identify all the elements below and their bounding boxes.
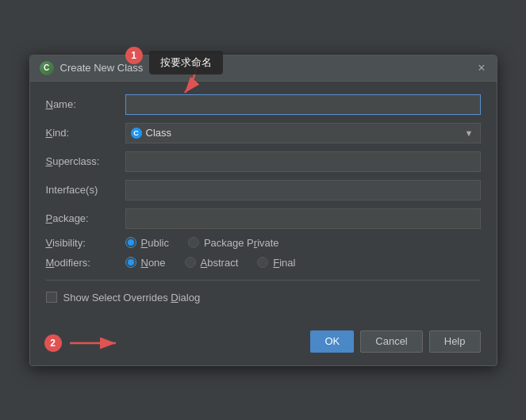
modifiers-radio-group: None Abstract Final bbox=[125, 257, 296, 269]
show-overrides-row: Show Select Overrides Dialog bbox=[46, 292, 481, 304]
visibility-package-private-dot bbox=[188, 237, 199, 248]
name-label: Name: bbox=[46, 98, 125, 110]
modifier-abstract-dot bbox=[185, 257, 196, 268]
name-input-wrapper: 1 按要求命名 bbox=[125, 94, 481, 115]
kind-type-icon: C bbox=[131, 128, 142, 139]
help-button[interactable]: Help bbox=[429, 330, 481, 353]
kind-display[interactable]: C Class ▼ bbox=[125, 123, 481, 143]
modifier-final-dot bbox=[257, 257, 268, 268]
badge-2-container: 2 bbox=[44, 334, 122, 352]
modifiers-label: Modifiers: bbox=[46, 257, 125, 269]
dialog-icon: C bbox=[40, 61, 54, 75]
modifier-none-label: None bbox=[141, 257, 166, 269]
dialog-footer: 2 OK Cancel Help bbox=[30, 321, 497, 365]
kind-wrapper: C Class ▼ bbox=[125, 123, 481, 143]
badge-1: 1 bbox=[125, 47, 148, 64]
modifier-abstract-label: Abstract bbox=[201, 257, 239, 269]
superclass-input[interactable] bbox=[125, 151, 481, 172]
interfaces-input[interactable] bbox=[125, 180, 481, 200]
arrow-annotation-2 bbox=[67, 334, 122, 352]
modifier-final-label: Final bbox=[273, 257, 295, 269]
visibility-package-private[interactable]: Package Private bbox=[188, 237, 279, 249]
dialog-body: Name: 1 按要求命名 bbox=[30, 82, 497, 321]
modifier-abstract[interactable]: Abstract bbox=[185, 257, 239, 269]
divider bbox=[46, 280, 481, 281]
modifier-none-dot bbox=[125, 257, 136, 268]
package-label: Package: bbox=[46, 212, 125, 224]
dialog-titlebar: C Create New Class × bbox=[30, 55, 497, 82]
visibility-row: Visibility: Public Package Private bbox=[46, 237, 481, 249]
close-button[interactable]: × bbox=[476, 62, 486, 74]
visibility-label: Visibility: bbox=[46, 237, 125, 249]
kind-row: Kind: C Class ▼ bbox=[46, 123, 481, 143]
show-overrides-checkbox[interactable] bbox=[46, 292, 57, 303]
cancel-button[interactable]: Cancel bbox=[360, 330, 422, 353]
kind-label: Kind: bbox=[46, 127, 125, 139]
name-input[interactable] bbox=[125, 94, 481, 115]
superclass-row: Superclass: bbox=[46, 151, 481, 172]
interfaces-row: Interface(s) bbox=[46, 180, 481, 200]
show-overrides-label: Show Select Overrides Dialog bbox=[63, 292, 201, 304]
name-row: Name: 1 按要求命名 bbox=[46, 94, 481, 115]
package-input[interactable]: com.example.kaoshi bbox=[125, 208, 481, 229]
create-new-class-dialog: C Create New Class × Name: bbox=[29, 55, 497, 366]
visibility-radio-group: Public Package Private bbox=[125, 237, 279, 249]
visibility-public[interactable]: Public bbox=[125, 237, 169, 249]
visibility-package-private-label: Package Private bbox=[204, 237, 279, 249]
interfaces-label: Interface(s) bbox=[46, 184, 125, 196]
visibility-public-label: Public bbox=[141, 237, 169, 249]
kind-value: Class bbox=[146, 127, 172, 139]
modifiers-row: Modifiers: None Abstract Final bbox=[46, 257, 481, 269]
ok-button[interactable]: OK bbox=[310, 330, 354, 353]
modifier-final[interactable]: Final bbox=[257, 257, 295, 269]
superclass-label: Superclass: bbox=[46, 155, 125, 167]
badge-2: 2 bbox=[44, 334, 62, 352]
kind-dropdown-arrow-icon: ▼ bbox=[465, 128, 474, 138]
package-row: Package: com.example.kaoshi bbox=[46, 208, 481, 229]
visibility-public-dot bbox=[125, 237, 136, 248]
modifier-none[interactable]: None bbox=[125, 257, 166, 269]
